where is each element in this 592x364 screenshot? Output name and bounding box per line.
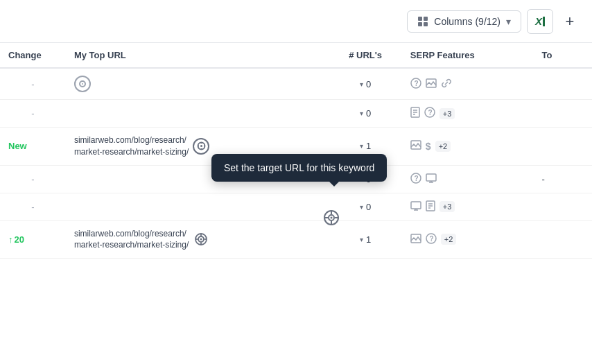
to-value — [534, 220, 592, 259]
target-url-icon[interactable] — [74, 76, 91, 92]
arrow-up-icon: ↑ — [8, 234, 13, 245]
dollar-icon: $ — [426, 141, 431, 152]
change-value: - — [8, 174, 58, 184]
header-num-urls: # URL's — [329, 43, 401, 68]
excel-bar — [543, 17, 545, 26]
serp-features: ? +3 — [410, 107, 525, 120]
svg-point-36 — [200, 239, 202, 241]
link-icon — [441, 78, 452, 91]
columns-label: Columns (9/12) — [434, 16, 500, 27]
url-cell — [74, 76, 321, 92]
urls-count: ▾ 0 — [337, 202, 393, 212]
help-icon: ? — [410, 173, 421, 186]
change-value: - — [8, 108, 58, 119]
excel-icon: X — [535, 15, 542, 27]
image-icon — [410, 234, 421, 245]
serp-features: ? — [410, 173, 525, 186]
table-row: - ▾ 0 — [0, 68, 592, 100]
to-value — [534, 100, 592, 128]
svg-text:?: ? — [414, 80, 418, 87]
svg-rect-3 — [424, 22, 428, 26]
serp-features: ? +2 — [410, 233, 525, 246]
header-my-top-url: My Top URL — [66, 43, 329, 68]
add-button[interactable]: + — [559, 10, 581, 33]
toolbar: Columns (9/12) ▾ X + — [0, 0, 592, 43]
svg-rect-24 — [426, 174, 436, 181]
help-icon: ? — [410, 78, 421, 91]
url-text: similarweb.com/blog/research/market-rese… — [74, 228, 189, 252]
serp-features: $ +2 — [410, 140, 525, 152]
serp-plus-badge: +3 — [439, 201, 455, 212]
chevron-icon: ▾ — [360, 142, 363, 150]
help-icon: ? — [426, 233, 437, 246]
svg-point-16 — [200, 145, 202, 147]
chevron-icon: ▾ — [360, 236, 363, 243]
url-cell: similarweb.com/blog/research/market-rese… — [74, 228, 321, 252]
book-icon — [426, 200, 435, 214]
svg-text:?: ? — [414, 175, 418, 182]
to-value — [534, 193, 592, 220]
monitor-icon — [410, 201, 421, 213]
svg-rect-0 — [418, 17, 422, 21]
help-icon: ? — [424, 107, 435, 120]
urls-count: ▾ 1 — [337, 141, 393, 151]
table-row: - ▾ 0 — [0, 100, 592, 128]
header-to: To — [534, 43, 592, 68]
to-value — [534, 68, 592, 100]
header-change: Change — [0, 43, 66, 68]
tooltip-text: Set the target URL for this keyword — [224, 162, 374, 173]
serp-plus-badge: +3 — [439, 108, 455, 119]
target-url-icon[interactable] — [193, 138, 209, 155]
svg-text:?: ? — [429, 235, 433, 243]
table-header-row: Change My Top URL # URL's SERP Features … — [0, 43, 592, 68]
grid-icon — [417, 16, 428, 27]
serp-plus-badge: +2 — [441, 234, 457, 245]
change-value: New — [8, 141, 27, 151]
urls-count: ▾ 0 — [337, 79, 393, 89]
image-icon — [410, 140, 421, 152]
to-value: - — [534, 165, 592, 193]
columns-button[interactable]: Columns (9/12) ▾ — [407, 10, 521, 33]
serp-features: +3 — [410, 200, 525, 214]
tooltip: Set the target URL for this keyword — [211, 154, 387, 182]
change-value: ↑ 20 — [8, 234, 58, 245]
table-row: ↑ 20 similarweb.com/blog/research/market… — [0, 220, 592, 259]
change-value: - — [8, 202, 58, 212]
to-value — [534, 128, 592, 166]
table-row: - ▾ 0 — [0, 193, 592, 220]
change-value: - — [8, 79, 58, 89]
urls-count: ▾ 0 — [337, 108, 393, 119]
book-icon — [410, 107, 420, 120]
svg-text:?: ? — [428, 109, 432, 116]
chevron-icon: ▾ — [360, 203, 363, 211]
chevron-icon: ▾ — [360, 80, 363, 88]
target-url-icon[interactable] — [193, 231, 209, 248]
data-table: Change My Top URL # URL's SERP Features … — [0, 43, 592, 259]
svg-point-5 — [82, 83, 83, 85]
svg-rect-2 — [418, 22, 422, 26]
url-text: similarweb.com/blog/research/market-rese… — [74, 135, 189, 158]
chevron-icon: ▾ — [360, 110, 363, 117]
svg-rect-1 — [424, 17, 428, 21]
svg-rect-27 — [411, 202, 421, 209]
excel-button[interactable]: X — [527, 9, 553, 34]
monitor-icon — [426, 173, 437, 185]
serp-features: ? — [410, 78, 525, 91]
image-icon — [426, 78, 437, 90]
header-serp-features: SERP Features — [402, 43, 534, 68]
urls-count: ▾ 1 — [337, 234, 393, 245]
plus-icon: + — [566, 12, 575, 31]
serp-plus-badge: +2 — [435, 141, 451, 152]
chevron-down-icon: ▾ — [506, 16, 511, 27]
